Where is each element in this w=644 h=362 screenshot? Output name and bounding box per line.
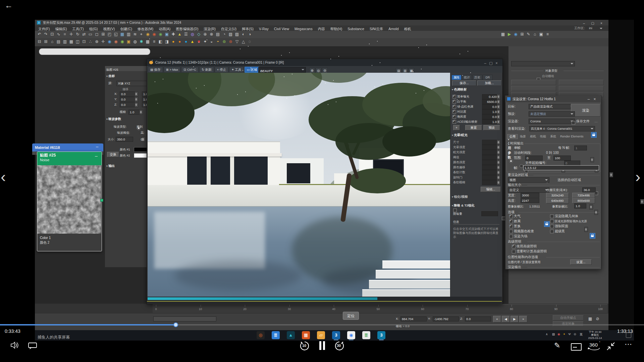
bloom-value-field[interactable] [482, 160, 498, 165]
every-n-spinner[interactable] [590, 157, 594, 162]
toolbar-icon[interactable]: ⊟ [36, 39, 43, 45]
toolbar-icon[interactable]: ◉ [106, 39, 113, 45]
toolbar-icon[interactable]: ▣ [164, 31, 170, 38]
width-field[interactable]: 3000 [521, 193, 539, 198]
toolbar-icon[interactable]: ✛ [100, 39, 106, 45]
tray-caret-icon[interactable]: ∧ [544, 330, 549, 338]
toolbar-icon[interactable]: ⊛ [227, 39, 234, 45]
toolbar-icon[interactable]: ◉ [145, 31, 151, 38]
height-field[interactable]: 2247 [521, 198, 539, 203]
tray-icon[interactable]: ▤ [551, 330, 556, 338]
category-select[interactable] [511, 61, 575, 66]
toolbar-icon[interactable]: ▥ [125, 31, 132, 38]
toolbar-icon[interactable]: ◨ [164, 39, 170, 45]
range-to-field[interactable]: 100 [553, 156, 571, 161]
vfb-工具-button[interactable]: ✦ 工具 [229, 67, 244, 73]
taskbar-app-3dsmax[interactable]: 3 [332, 331, 340, 339]
toolbar-icon[interactable]: ◌ [247, 39, 253, 45]
aperture-field[interactable]: 36.0 [582, 187, 596, 192]
toolbar-icon[interactable]: ● [176, 39, 183, 45]
resolution-button-320x240[interactable]: 320x240 [546, 193, 569, 198]
toolbar-icon[interactable]: ⊕ [94, 39, 100, 45]
tone-value-field[interactable]: 0.0 [482, 104, 498, 109]
toolbar-icon[interactable]: ▲ [176, 31, 183, 38]
tone-spinner[interactable] [497, 99, 500, 104]
target-select[interactable]: 产品级渲染模式 [529, 104, 575, 109]
toolbar-icon[interactable]: ◉ [113, 39, 119, 45]
toolbar-icon[interactable]: ◐ [240, 31, 247, 38]
resolution-button-800x600[interactable]: 800x600 [572, 198, 595, 203]
subtitle-button[interactable] [571, 343, 582, 351]
swap-button[interactable]: 交换 [107, 152, 119, 157]
collapse-icon[interactable]: – [96, 144, 98, 149]
offset-field[interactable]: 0.0 [120, 102, 137, 107]
vfb-刷新-button[interactable]: ↻ 刷新 [199, 67, 214, 73]
tone-checkbox[interactable] [452, 95, 456, 99]
view-to-render-select[interactable]: 四元菜单 4 - Corona Camera001 [529, 126, 595, 131]
adv-checkbox-需要时计算高级照明[interactable] [512, 250, 516, 253]
toolbar-icon[interactable]: ⊗ [208, 31, 215, 38]
toolbar-icon[interactable]: ◍ [189, 31, 196, 38]
size-field[interactable]: 350.0 [116, 137, 133, 142]
adv-checkbox-使用高级照明[interactable] [512, 245, 516, 248]
tray-icon[interactable]: ◉ [556, 330, 561, 338]
toolbar-icon[interactable]: ✎ [525, 31, 532, 38]
toolbar-icon[interactable]: ◓ [215, 39, 221, 45]
tray-clock[interactable]: 下午 20:30 星期五 2025-03-14 [586, 330, 604, 340]
resolution-button-720x486[interactable]: 720x486 [572, 193, 595, 198]
toolbar-icon[interactable]: ▣ [125, 39, 132, 45]
toolbar-icon[interactable]: ◧ [157, 39, 164, 45]
vfb-tab-历史[interactable]: 历史 [472, 75, 482, 80]
toolbar-icon[interactable]: ▦ [68, 39, 74, 45]
width-spinner[interactable] [589, 204, 593, 209]
toolbar-icon[interactable]: ◰ [106, 31, 113, 38]
bloom-spinner[interactable] [497, 140, 500, 145]
toolbar-icon[interactable]: ◱ [113, 31, 119, 38]
more-button[interactable]: … [594, 119, 598, 124]
toolbar-icon[interactable]: ◉ [151, 31, 157, 38]
renderer-select[interactable]: Corona [529, 119, 575, 124]
render-setup-tab-Render Elements[interactable]: Render Elements [558, 134, 586, 139]
window-control-maximize[interactable]: ▢ [588, 20, 597, 26]
toolbar-icon[interactable]: ✦ [202, 39, 208, 45]
toolbar-icon[interactable]: ◑ [247, 31, 253, 38]
progress-track[interactable] [0, 324, 644, 325]
dialog-close-button[interactable]: × [592, 97, 598, 102]
vfb-tab-统计[interactable]: 统计 [462, 75, 472, 80]
bloom-edit-button[interactable]: 编辑... [481, 187, 501, 192]
range-from-field[interactable]: 0 [525, 156, 543, 161]
color2-slot-label[interactable]: 颜色 2 [40, 240, 102, 245]
render-setup-titlebar[interactable]: 渲染设置: Corona 12 Hotfix 1 –× [505, 96, 601, 102]
taskbar-app-doc-blue[interactable]: ≣ [272, 331, 280, 339]
toolbar-icon[interactable]: ▥ [62, 39, 68, 45]
save-file-checkbox[interactable] [572, 121, 575, 125]
rewind-10-button[interactable]: 10 [299, 341, 310, 351]
vfb-保存-button[interactable]: ▤ 保存 [148, 67, 163, 73]
toolbar-icon[interactable]: ≡ [544, 31, 551, 38]
locate-tooltip[interactable]: 定位 [343, 312, 359, 320]
vfb-Ctrl+C-button[interactable]: ⊡ Ctrl+C [181, 67, 199, 73]
toolbar-icon[interactable]: ◍ [132, 39, 138, 45]
vfb-close-button[interactable]: × [494, 61, 499, 65]
toolbar-icon[interactable]: ● [170, 39, 176, 45]
exit-fullscreen-icon[interactable] [606, 342, 615, 351]
tone-value-field[interactable]: 0.0 [482, 114, 498, 119]
playback-play-button[interactable]: ▶ [511, 316, 519, 322]
snap-icon[interactable]: ⊘ [594, 316, 601, 322]
toolbar-icon[interactable]: ◫ [74, 39, 81, 45]
maxscript-mini-listener[interactable] [153, 316, 216, 321]
toolbar-icon[interactable]: ▤ [215, 31, 221, 38]
toolbar-icon[interactable]: ▦ [119, 31, 125, 38]
toolbar-icon[interactable]: ⌂ [532, 31, 538, 38]
tone-spinner[interactable] [497, 114, 500, 119]
taskbar-app-folder[interactable]: ▱ [317, 331, 325, 339]
image-aspect-lock[interactable] [544, 221, 550, 227]
toolbar-icon[interactable]: ⊕ [202, 31, 208, 38]
bloom-value-field[interactable] [482, 155, 498, 160]
vfb-> Max-button[interactable]: ⊞ > Max [164, 67, 181, 73]
blur-spinner[interactable] [139, 110, 143, 115]
option-checkbox-效果[interactable] [509, 220, 513, 223]
toolbar-icon[interactable]: ▤ [55, 39, 62, 45]
resolution-button-640x480[interactable]: 640x480 [546, 198, 569, 203]
autokey-button[interactable]: 自动关键点 [553, 315, 584, 320]
